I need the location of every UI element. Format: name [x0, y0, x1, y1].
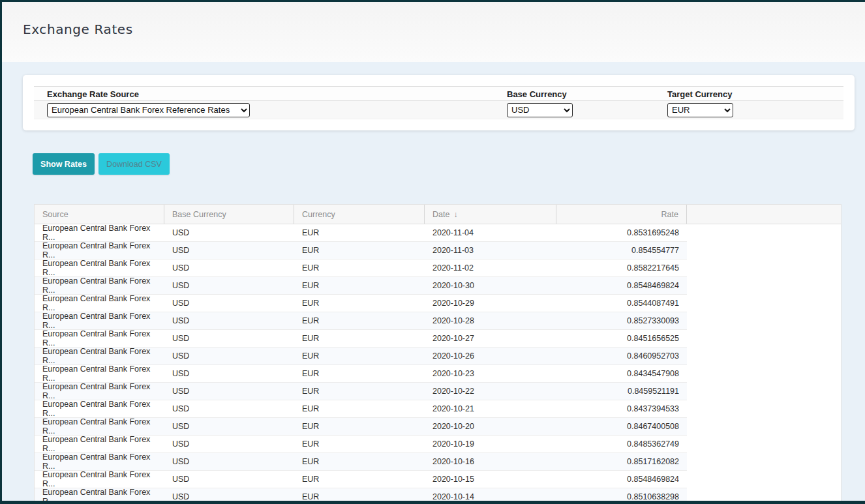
cell-base-currency: USD — [164, 400, 294, 418]
cell-filler — [687, 242, 841, 259]
page-title: Exchange Rates — [23, 22, 133, 37]
table-row: European Central Bank Forex R... USD EUR… — [35, 400, 841, 418]
cell-currency: EUR — [294, 418, 425, 436]
cell-date: 2020-10-29 — [425, 295, 556, 312]
cell-date: 2020-10-20 — [425, 418, 556, 436]
cell-filler — [687, 259, 841, 277]
table-row: European Central Bank Forex R... USD EUR… — [35, 259, 841, 277]
cell-currency: EUR — [294, 348, 425, 365]
cell-currency: EUR — [294, 383, 425, 400]
cell-base-currency: USD — [164, 365, 294, 383]
base-currency-select[interactable]: USD — [507, 103, 573, 117]
cell-date: 2020-10-27 — [425, 330, 556, 348]
cell-rate: 0.8451656525 — [556, 330, 687, 348]
cell-filler — [687, 400, 841, 418]
cell-filler — [687, 383, 841, 400]
cell-base-currency: USD — [164, 436, 294, 453]
cell-rate: 0.8548469824 — [556, 471, 687, 488]
cell-rate: 0.8582217645 — [556, 259, 687, 277]
cell-rate: 0.8467400508 — [556, 418, 687, 436]
cell-date: 2020-11-02 — [425, 259, 556, 277]
window-frame-left — [0, 0, 2, 504]
cell-source: European Central Bank Forex R... — [35, 418, 164, 436]
table-body: European Central Bank Forex R... USD EUR… — [35, 224, 841, 504]
cell-date: 2020-10-19 — [425, 436, 556, 453]
cell-filler — [687, 418, 841, 436]
cell-source: European Central Bank Forex R... — [35, 295, 164, 312]
filter-table: Exchange Rate Source Base Currency Targe… — [34, 86, 843, 119]
cell-source: European Central Bank Forex R... — [35, 400, 164, 418]
cell-filler — [687, 312, 841, 330]
cell-filler — [687, 224, 841, 242]
table-row: European Central Bank Forex R... USD EUR… — [35, 418, 841, 436]
base-currency-label: Base Currency — [507, 89, 567, 99]
download-csv-button[interactable]: Download CSV — [99, 153, 170, 175]
cell-filler — [687, 453, 841, 471]
target-currency-select[interactable]: EUR — [667, 103, 733, 117]
cell-base-currency: USD — [164, 348, 294, 365]
cell-source: European Central Bank Forex R... — [35, 365, 164, 383]
column-header-base-currency[interactable]: Base Currency — [164, 205, 294, 224]
cell-source: European Central Bank Forex R... — [35, 471, 164, 488]
filter-labels-row: Exchange Rate Source Base Currency Targe… — [34, 86, 843, 101]
window-frame-bottom — [0, 501, 865, 504]
cell-date: 2020-11-04 — [425, 224, 556, 242]
column-header-filler — [687, 205, 841, 224]
cell-base-currency: USD — [164, 453, 294, 471]
target-currency-label: Target Currency — [667, 89, 732, 99]
column-header-rate[interactable]: Rate — [556, 205, 687, 224]
cell-currency: EUR — [294, 242, 425, 259]
cell-date: 2020-10-15 — [425, 471, 556, 488]
cell-base-currency: USD — [164, 242, 294, 259]
cell-base-currency: USD — [164, 312, 294, 330]
cell-currency: EUR — [294, 330, 425, 348]
table-row: European Central Bank Forex R... USD EUR… — [35, 224, 841, 242]
exchange-rate-source-label: Exchange Rate Source — [47, 89, 139, 99]
cell-source: European Central Bank Forex R... — [35, 259, 164, 277]
cell-rate: 0.8437394533 — [556, 400, 687, 418]
cell-base-currency: USD — [164, 295, 294, 312]
cell-source: European Central Bank Forex R... — [35, 277, 164, 295]
filter-card: Exchange Rate Source Base Currency Targe… — [23, 75, 855, 130]
cell-currency: EUR — [294, 365, 425, 383]
column-header-currency[interactable]: Currency — [294, 205, 425, 224]
cell-filler — [687, 436, 841, 453]
sort-desc-icon: ↓ — [453, 210, 457, 219]
show-rates-button[interactable]: Show Rates — [33, 153, 95, 175]
cell-filler — [687, 277, 841, 295]
cell-currency: EUR — [294, 436, 425, 453]
window-frame-top — [0, 0, 865, 2]
cell-filler — [687, 365, 841, 383]
table-row: European Central Bank Forex R... USD EUR… — [35, 330, 841, 348]
cell-rate: 0.8527330093 — [556, 312, 687, 330]
cell-currency: EUR — [294, 453, 425, 471]
table-header-row: Source Base Currency Currency Date ↓ Rat… — [35, 205, 841, 224]
table-row: European Central Bank Forex R... USD EUR… — [35, 242, 841, 259]
table-row: European Central Bank Forex R... USD EUR… — [35, 453, 841, 471]
cell-date: 2020-10-28 — [425, 312, 556, 330]
column-header-source[interactable]: Source — [35, 205, 164, 224]
cell-rate: 0.8517162082 — [556, 453, 687, 471]
cell-filler — [687, 471, 841, 488]
cell-date: 2020-10-21 — [425, 400, 556, 418]
cell-base-currency: USD — [164, 277, 294, 295]
table-row: European Central Bank Forex R... USD EUR… — [35, 365, 841, 383]
cell-source: European Central Bank Forex R... — [35, 242, 164, 259]
cell-source: European Central Bank Forex R... — [35, 453, 164, 471]
cell-rate: 0.8485362749 — [556, 436, 687, 453]
cell-currency: EUR — [294, 277, 425, 295]
cell-source: European Central Bank Forex R... — [35, 330, 164, 348]
cell-date: 2020-10-30 — [425, 277, 556, 295]
exchange-rate-source-select[interactable]: European Central Bank Forex Reference Ra… — [47, 103, 250, 117]
cell-base-currency: USD — [164, 418, 294, 436]
filter-controls-row: European Central Bank Forex Reference Ra… — [34, 101, 843, 119]
cell-rate: 0.8459521191 — [556, 383, 687, 400]
cell-date: 2020-10-23 — [425, 365, 556, 383]
table-row: European Central Bank Forex R... USD EUR… — [35, 295, 841, 312]
table-row: European Central Bank Forex R... USD EUR… — [35, 277, 841, 295]
cell-currency: EUR — [294, 224, 425, 242]
cell-source: European Central Bank Forex R... — [35, 348, 164, 365]
column-header-date[interactable]: Date ↓ — [425, 205, 556, 224]
cell-rate: 0.8544087491 — [556, 295, 687, 312]
cell-currency: EUR — [294, 295, 425, 312]
